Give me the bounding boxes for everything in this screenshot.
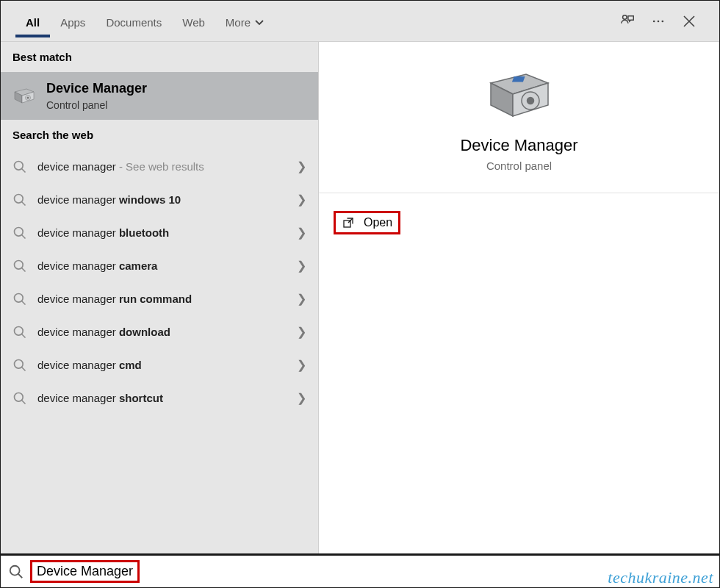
detail-card: Device Manager Control panel [319,42,719,193]
chevron-right-icon: ❯ [297,159,306,173]
web-suggestion[interactable]: device manager windows 10 ❯ [1,183,318,216]
web-suggestion[interactable]: device manager shortcut ❯ [1,381,318,415]
tab-more-label: More [226,16,251,29]
svg-point-15 [15,359,24,368]
svg-rect-18 [511,76,525,82]
tab-apps[interactable]: Apps [50,4,96,37]
tab-web[interactable]: Web [172,4,215,37]
svg-point-24 [10,565,20,575]
search-icon [12,292,27,306]
device-manager-icon [484,67,555,126]
feedback-icon[interactable] [612,6,643,37]
filter-tabs: All Apps Documents Web More [1,1,719,42]
chevron-right-icon: ❯ [297,292,306,306]
detail-panel: Device Manager Control panel Open [318,42,719,553]
search-icon [12,391,27,406]
best-match-subtitle: Control panel [46,99,147,111]
search-window: All Apps Documents Web More Best match [0,0,720,588]
svg-point-1 [653,20,655,22]
watermark: techukraine.net [608,568,713,587]
web-suggestion[interactable]: device manager run command ❯ [1,282,318,315]
web-suggestion[interactable]: device manager download ❯ [1,315,318,348]
svg-point-16 [15,392,24,401]
search-icon [8,564,24,580]
search-icon [12,159,27,174]
chevron-right-icon: ❯ [297,193,306,207]
tab-more[interactable]: More [215,4,274,37]
chevron-right-icon: ❯ [297,259,306,273]
svg-point-0 [623,15,627,19]
tab-documents[interactable]: Documents [96,4,172,37]
detail-subtitle: Control panel [486,159,552,172]
suggestion-label: device manager camera [37,259,297,272]
open-label: Open [364,216,392,229]
web-suggestion[interactable]: device manager camera ❯ [1,249,318,282]
svg-point-2 [658,20,660,22]
detail-title: Device Manager [460,136,577,155]
device-manager-icon [12,85,36,108]
svg-point-13 [15,293,24,302]
best-match-header: Best match [1,42,318,72]
best-match-result[interactable]: Device Manager Control panel [1,72,318,120]
chevron-right-icon: ❯ [297,226,306,240]
svg-point-3 [662,20,664,22]
chevron-right-icon: ❯ [297,358,306,372]
web-suggestion[interactable]: device manager cmd ❯ [1,348,318,381]
svg-point-14 [15,326,24,335]
suggestion-label: device manager bluetooth [37,226,297,239]
svg-point-10 [15,194,24,203]
search-icon [12,193,27,207]
tab-all[interactable]: All [15,4,50,37]
web-suggestion[interactable]: device manager - See web results ❯ [1,150,318,183]
suggestion-label: device manager cmd [37,359,297,371]
search-icon [12,358,27,373]
chevron-right-icon: ❯ [297,325,306,339]
search-icon [12,325,27,340]
web-suggestion[interactable]: device manager bluetooth ❯ [1,216,318,249]
suggestion-label: device manager shortcut [37,392,297,404]
more-options-icon[interactable] [643,6,674,37]
best-match-title: Device Manager [46,81,147,96]
svg-point-11 [15,227,24,236]
results-panel: Best match Device Manager Control panel [1,42,318,553]
search-icon [12,259,27,273]
suggestion-label: device manager - See web results [37,160,297,173]
close-icon[interactable] [674,6,705,37]
suggestion-label: device manager windows 10 [37,193,297,206]
open-external-icon [342,216,355,229]
svg-point-8 [27,96,29,98]
open-button[interactable]: Open [334,211,400,234]
search-icon [12,226,27,240]
search-bar[interactable]: Device Manager techukraine.net [1,553,719,587]
search-input[interactable]: Device Manager [30,560,140,583]
suggestion-label: device manager run command [37,293,297,305]
svg-point-22 [526,97,534,105]
svg-point-9 [15,161,24,170]
svg-point-12 [15,260,24,269]
chevron-down-icon [255,18,264,27]
search-web-header: Search the web [1,120,318,150]
chevron-right-icon: ❯ [297,391,306,405]
suggestion-label: device manager download [37,326,297,338]
